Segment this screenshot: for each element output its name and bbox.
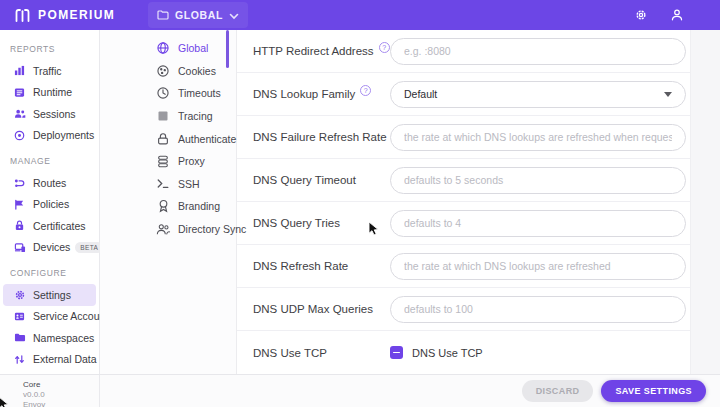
user-icon[interactable] — [670, 8, 684, 22]
field-control — [390, 296, 686, 323]
subnav-item-label: Cookies — [178, 65, 216, 77]
pomerium-logo: POMERIUM — [14, 8, 115, 23]
lock-icon — [155, 132, 171, 146]
sidebar-item-label: Sessions — [33, 108, 76, 120]
settings-content: HTTP Redirect Address?DNS Lookup Family?… — [237, 30, 720, 374]
folder-icon — [157, 6, 169, 24]
sidebar-item-certificates[interactable]: Certificates — [3, 215, 96, 237]
sidebar-item-policies[interactable]: Policies — [3, 194, 96, 216]
workspace-switcher[interactable]: GLOBAL — [148, 2, 248, 28]
sidebar-item-label: External Data — [33, 353, 97, 365]
help-icon[interactable]: ? — [360, 85, 371, 96]
subnav-item-ssh[interactable]: SSH — [100, 173, 236, 196]
field-label-text: DNS UDP Max Queries — [253, 303, 373, 315]
sidebar-item-runtime[interactable]: Runtime — [3, 82, 96, 104]
help-icon[interactable]: ? — [379, 42, 390, 53]
subnav-item-label: Authenticate — [178, 133, 236, 145]
field-label: DNS Refresh Rate — [253, 260, 390, 272]
settings-subnav: GlobalCookiesTimeoutsTracingAuthenticate… — [100, 30, 237, 374]
sidebar-item-sessions[interactable]: Sessions — [3, 103, 96, 125]
subnav-item-cookies[interactable]: Cookies — [100, 60, 236, 83]
sidebar-section-header: REPORTS — [0, 34, 99, 60]
subnav-item-proxy[interactable]: Proxy — [100, 150, 236, 173]
list-icon — [13, 87, 26, 98]
text-input-dns-query-timeout[interactable] — [390, 167, 686, 194]
route-icon — [13, 177, 26, 188]
field-control — [390, 253, 686, 280]
subnav-item-label: Timeouts — [178, 87, 221, 99]
subnav-item-label: SSH — [178, 178, 200, 190]
chevron-down-icon — [664, 92, 672, 97]
sidebar-item-label: Deployments — [33, 129, 94, 141]
sidebar-item-namespaces[interactable]: Namespaces — [3, 327, 96, 349]
field-label-text: DNS Failure Refresh Rate — [253, 131, 387, 143]
subnav-item-global[interactable]: Global — [100, 37, 236, 60]
award-icon — [155, 199, 171, 213]
subnav-item-label: Branding — [178, 200, 220, 212]
field-label-text: DNS Lookup Family — [253, 88, 355, 100]
field-label: DNS Query Tries — [253, 217, 390, 229]
field-label: DNS Use TCP — [253, 347, 390, 359]
sidebar-item-service-accounts[interactable]: Service Accounts — [3, 306, 96, 328]
globe-icon — [155, 41, 171, 55]
primary-sidebar: REPORTSTrafficRuntimeSessionsDeployments… — [0, 30, 100, 374]
save-settings-button[interactable]: SAVE SETTINGS — [601, 380, 706, 402]
text-input-dns-udp-max-queries[interactable] — [390, 296, 686, 323]
text-input-http-redirect-address[interactable] — [390, 38, 686, 65]
product-version: v0.0.0 — [23, 390, 99, 399]
subnav-item-branding[interactable]: Branding — [100, 195, 236, 218]
target-icon — [13, 130, 26, 141]
field-control: DNS Use TCP — [390, 346, 686, 359]
terminal-icon — [155, 177, 171, 190]
sidebar-item-routes[interactable]: Routes — [3, 172, 96, 194]
checkbox-dns-use-tcp[interactable] — [390, 346, 403, 359]
text-input-dns-refresh-rate[interactable] — [390, 253, 686, 280]
form-row: DNS Lookup Family?Default — [237, 73, 690, 116]
select-dns-lookup-family[interactable]: Default — [390, 81, 686, 108]
form-actions: DISCARD SAVE SETTINGS — [100, 375, 720, 407]
sidebar-item-label: Namespaces — [33, 332, 94, 344]
text-input-dns-query-tries[interactable] — [390, 210, 686, 237]
pomerium-logo-icon — [14, 8, 31, 23]
policy-icon — [13, 199, 26, 210]
people-icon — [155, 223, 171, 236]
sidebar-item-traffic[interactable]: Traffic — [3, 60, 96, 82]
people-icon — [13, 108, 26, 119]
gear-icon[interactable] — [634, 8, 648, 22]
product-name: Core — [23, 380, 99, 389]
sidebar-item-label: Runtime — [33, 86, 72, 98]
settings-form: HTTP Redirect Address?DNS Lookup Family?… — [237, 30, 690, 374]
clock-icon — [155, 86, 171, 100]
sidebar-item-label: Settings — [33, 289, 71, 301]
devices-icon — [13, 242, 26, 253]
content-gutter — [690, 30, 720, 374]
discard-button[interactable]: DISCARD — [522, 380, 594, 402]
field-control — [390, 167, 686, 194]
field-control: Default — [390, 81, 686, 108]
subnav-item-tracing[interactable]: Tracing — [100, 105, 236, 128]
subnav-item-directory-sync[interactable]: Directory Sync — [100, 218, 236, 241]
workspace-label: GLOBAL — [175, 9, 223, 21]
text-input-dns-failure-refresh-rate[interactable] — [390, 124, 686, 151]
form-row: DNS Failure Refresh Rate — [237, 116, 690, 159]
field-label: DNS Query Timeout — [253, 174, 390, 186]
sidebar-item-label: Routes — [33, 177, 66, 189]
subnav-item-authenticate[interactable]: Authenticate — [100, 127, 236, 150]
bottom-bar: Core v0.0.0 Envoy DISCARD SAVE SETTINGS — [0, 374, 720, 407]
external-data-icon — [13, 354, 26, 365]
logo-text: POMERIUM — [38, 8, 115, 22]
sidebar-item-external-data[interactable]: External Data — [3, 349, 96, 371]
form-row: HTTP Redirect Address? — [237, 30, 690, 73]
subnav-item-timeouts[interactable]: Timeouts — [100, 82, 236, 105]
sidebar-item-deployments[interactable]: Deployments — [3, 125, 96, 147]
field-label-text: DNS Query Timeout — [253, 174, 356, 186]
field-label: DNS Lookup Family? — [253, 88, 390, 100]
certificate-icon — [13, 220, 26, 231]
sidebar-item-devices[interactable]: DevicesBETA — [3, 237, 96, 259]
chart-icon — [13, 65, 26, 76]
subnav-item-label: Global — [178, 42, 208, 54]
form-row: DNS Query Tries — [237, 202, 690, 245]
scrollbar-thumb[interactable] — [226, 30, 230, 68]
sidebar-item-settings[interactable]: Settings — [3, 284, 96, 306]
select-value: Default — [404, 88, 437, 100]
